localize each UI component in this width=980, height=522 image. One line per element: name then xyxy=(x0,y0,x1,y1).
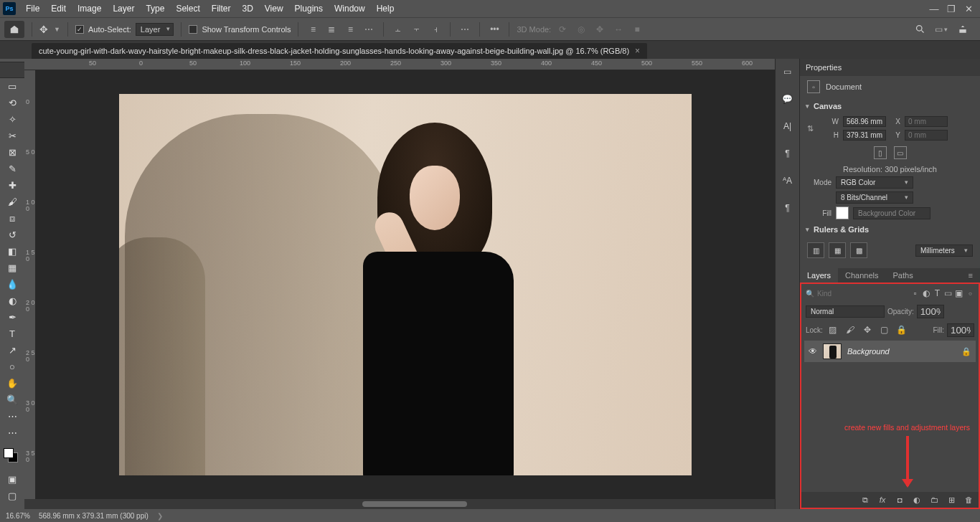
brush-tool[interactable]: 🖌 xyxy=(1,194,23,210)
link-dimensions-icon[interactable]: ⇅ xyxy=(807,124,814,133)
document-tab[interactable]: cute-young-girl-with-dark-wavy-hairstyle… xyxy=(32,43,647,59)
history-panel-icon[interactable]: ▭ xyxy=(781,65,795,79)
edit-toolbar-button[interactable]: ⋯ xyxy=(1,424,23,441)
type-tool[interactable]: T xyxy=(1,326,23,342)
new-layer-icon[interactable]: ⊞ xyxy=(946,494,957,506)
auto-select-checkbox[interactable]: ✓ xyxy=(75,25,84,34)
height-input[interactable] xyxy=(843,130,886,141)
path-tool[interactable]: ↗ xyxy=(1,342,23,359)
filter-adjust-icon[interactable]: ◐ xyxy=(922,286,930,300)
filter-shape-icon[interactable]: ▭ xyxy=(944,286,952,300)
minimize-button[interactable]: — xyxy=(925,4,943,14)
history-tool[interactable]: ↺ xyxy=(1,227,23,243)
menu-file[interactable]: File xyxy=(20,0,45,17)
blend-mode-select[interactable]: Normal xyxy=(806,305,885,318)
menu-image[interactable]: Image xyxy=(72,0,107,17)
gradient-tool[interactable]: ▦ xyxy=(1,260,23,276)
canvas-section[interactable]: ▾Canvas xyxy=(800,98,980,115)
workspace-icon[interactable]: ▭▾ xyxy=(934,22,948,37)
share-icon[interactable] xyxy=(956,22,970,37)
x-input[interactable] xyxy=(905,116,948,127)
align-bottom-icon[interactable]: ⫞ xyxy=(428,22,443,37)
glyphs-icon[interactable]: ᴬA xyxy=(781,174,795,188)
horizontal-scrollbar[interactable] xyxy=(24,499,775,509)
align-right-icon[interactable]: ≡ xyxy=(343,22,357,37)
eraser-tool[interactable]: ◧ xyxy=(1,243,23,260)
filter-type-icon[interactable]: T xyxy=(933,286,941,300)
layer-style-icon[interactable]: fx xyxy=(877,494,888,506)
stamp-tool[interactable]: ⧈ xyxy=(1,210,23,227)
shape-tool[interactable]: ○ xyxy=(1,359,23,375)
menu-help[interactable]: Help xyxy=(371,0,400,17)
pen-tool[interactable]: ✒ xyxy=(1,309,23,326)
layer-thumbnail[interactable] xyxy=(823,343,842,359)
adjustment-layer-icon[interactable]: ◐ xyxy=(911,494,923,506)
width-input[interactable] xyxy=(843,116,886,127)
guides-toggle-button[interactable]: ▩ xyxy=(850,242,867,258)
fill-color-swatch[interactable] xyxy=(836,207,849,219)
panel-menu-icon[interactable]: ≡ xyxy=(961,268,980,283)
menu-filter[interactable]: Filter xyxy=(206,0,237,17)
channels-tab[interactable]: Channels xyxy=(838,268,885,283)
align-left-icon[interactable]: ≡ xyxy=(306,22,320,37)
crop-tool[interactable]: ✂ xyxy=(1,128,23,144)
align-center-icon[interactable]: ≣ xyxy=(324,22,339,37)
more-align-icon[interactable]: ⋯ xyxy=(458,22,472,37)
canvas-viewport[interactable] xyxy=(36,70,775,499)
auto-select-target[interactable]: Layer▾ xyxy=(136,23,174,36)
align-top-icon[interactable]: ⫠ xyxy=(391,22,405,37)
landscape-orientation-button[interactable]: ▭ xyxy=(894,146,907,159)
visibility-toggle-icon[interactable]: 👁 xyxy=(809,346,817,356)
layer-filter-input[interactable] xyxy=(817,290,908,298)
fill-select[interactable]: Background Color xyxy=(853,207,930,219)
units-select[interactable]: Millimeters▾ xyxy=(915,245,973,257)
blur-tool[interactable]: 💧 xyxy=(1,276,23,293)
overflow-icon[interactable]: ••• xyxy=(487,22,501,37)
paths-tab[interactable]: Paths xyxy=(886,268,920,283)
menu-edit[interactable]: Edit xyxy=(45,0,72,17)
document-properties-button[interactable]: ▫ Document xyxy=(800,76,980,98)
comments-icon[interactable]: 💬 xyxy=(781,92,795,106)
menu-plugins[interactable]: Plugins xyxy=(289,0,329,17)
search-icon[interactable] xyxy=(913,22,927,37)
menu-type[interactable]: Type xyxy=(140,0,170,17)
heal-tool[interactable]: ✚ xyxy=(1,177,23,194)
grid-toggle-button[interactable]: ▦ xyxy=(829,242,846,258)
wand-tool[interactable]: ✧ xyxy=(1,111,23,128)
ruler-toggle-button[interactable]: ▥ xyxy=(807,242,824,258)
filter-smart-icon[interactable]: ▣ xyxy=(955,286,963,300)
menu-3d[interactable]: 3D xyxy=(236,0,258,17)
layer-mask-icon[interactable]: ◘ xyxy=(894,494,905,506)
group-icon[interactable]: 🗀 xyxy=(928,494,940,506)
menu-layer[interactable]: Layer xyxy=(107,0,140,17)
close-tab-icon[interactable]: × xyxy=(635,46,640,56)
delete-layer-icon[interactable]: 🗑 xyxy=(963,494,974,506)
properties-tab[interactable]: Properties xyxy=(800,59,980,76)
status-caret-icon[interactable]: ❯ xyxy=(157,512,163,520)
more-tool[interactable]: ⋯ xyxy=(1,408,23,424)
lock-all-icon[interactable]: 🔒 xyxy=(895,323,909,337)
filter-pixel-icon[interactable]: ▫ xyxy=(911,286,919,300)
align-middle-icon[interactable]: ⫟ xyxy=(410,22,424,37)
marquee-tool[interactable]: ▭ xyxy=(1,78,23,95)
rulers-section[interactable]: ▾Rulers & Grids xyxy=(800,221,980,238)
lock-transparency-icon[interactable]: ▨ xyxy=(826,323,840,337)
portrait-orientation-button[interactable]: ▯ xyxy=(874,146,887,159)
zoom-readout[interactable]: 16.67% xyxy=(6,512,30,520)
show-transform-checkbox[interactable] xyxy=(189,25,197,34)
y-input[interactable] xyxy=(905,130,948,141)
zoom-tool[interactable]: 🔍 xyxy=(1,392,23,408)
restore-button[interactable]: ❐ xyxy=(943,4,960,14)
dodge-tool[interactable]: ◐ xyxy=(1,293,23,309)
color-swatches[interactable] xyxy=(4,448,21,465)
fill-input[interactable] xyxy=(947,323,974,337)
eyedrop-tool[interactable]: ✎ xyxy=(1,161,23,177)
lock-position-icon[interactable]: ✥ xyxy=(860,323,875,337)
menu-window[interactable]: Window xyxy=(329,0,371,17)
paragraph-icon[interactable]: ¶ xyxy=(781,146,795,161)
distribute-icon[interactable]: ⋯ xyxy=(362,22,376,37)
lock-artboard-icon[interactable]: ▢ xyxy=(877,323,892,337)
home-button[interactable] xyxy=(4,21,24,38)
menu-view[interactable]: View xyxy=(259,0,289,17)
screen-mode-button[interactable]: ▢ xyxy=(1,488,23,504)
